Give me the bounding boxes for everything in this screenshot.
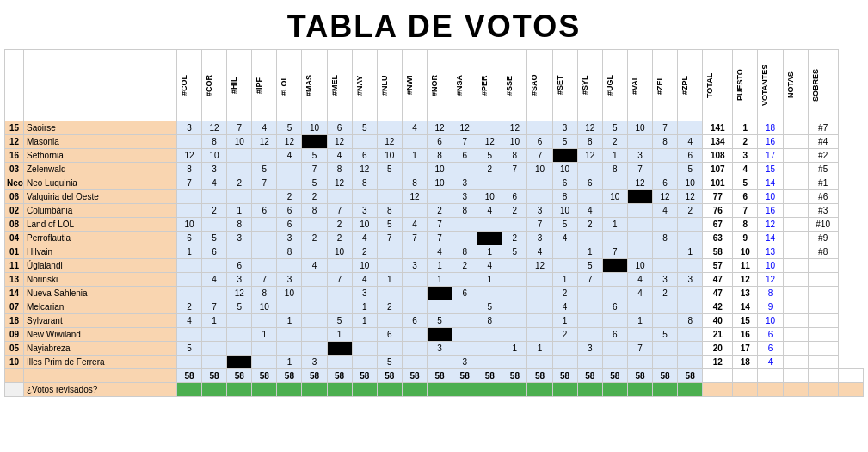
- data-cell: 10: [377, 149, 402, 163]
- row-name: Columbània: [24, 204, 177, 218]
- data-cell: 4: [627, 287, 652, 300]
- data-cell: [252, 190, 277, 204]
- sum-cell: 58: [602, 369, 627, 383]
- data-cell: [653, 342, 678, 356]
- table-row: 08Land of LOL1086210547752167812#10: [5, 218, 864, 232]
- data-cell: [627, 300, 652, 314]
- data-cell: 7: [452, 135, 477, 149]
- data-cell: [678, 328, 703, 342]
- data-cell: [277, 176, 302, 190]
- data-cell: [602, 259, 627, 273]
- data-cell: [602, 232, 627, 245]
- footer-green-cell: [402, 383, 427, 397]
- row-id: 02: [5, 204, 24, 218]
- sum-cell: 58: [352, 369, 377, 383]
- data-cell: [477, 232, 502, 245]
- footer-empty: [808, 383, 838, 397]
- row-sobres: [808, 259, 838, 273]
- data-cell: [577, 314, 602, 328]
- data-cell: 1: [627, 314, 652, 328]
- data-cell: 10: [302, 121, 327, 135]
- footer-id: [5, 383, 24, 397]
- data-cell: [176, 356, 201, 369]
- col-header-name: [24, 50, 177, 121]
- data-cell: [377, 176, 402, 190]
- sum-cell: 58: [377, 369, 402, 383]
- footer-row: ¿Votos revisados?: [5, 383, 864, 397]
- data-cell: 4: [428, 245, 452, 259]
- col-header-sobres: SOBRES: [808, 50, 838, 121]
- col-header-votantes: VOTANTES: [758, 50, 783, 121]
- data-cell: 7: [327, 204, 352, 218]
- row-votantes: 17: [758, 149, 783, 163]
- row-notas: [783, 300, 808, 314]
- data-cell: 12: [327, 176, 352, 190]
- data-cell: [627, 204, 652, 218]
- data-cell: 1: [678, 245, 703, 259]
- data-cell: [552, 245, 577, 259]
- data-cell: 8: [402, 176, 427, 190]
- data-cell: 1: [377, 273, 402, 287]
- col-header-set: #SET: [552, 50, 577, 121]
- data-cell: 5: [502, 245, 527, 259]
- data-cell: [176, 273, 201, 287]
- data-cell: 7: [527, 149, 552, 163]
- data-cell: [527, 176, 552, 190]
- row-votantes: 6: [758, 342, 783, 356]
- row-id: 18: [5, 314, 24, 328]
- row-total: 76: [703, 204, 733, 218]
- data-cell: [477, 328, 502, 342]
- sum-cell: 58: [202, 369, 227, 383]
- table-row: 01Hilvain16810248154171581013#8: [5, 245, 864, 259]
- sum-cell: 58: [452, 369, 477, 383]
- data-cell: [176, 135, 201, 149]
- data-cell: 2: [327, 218, 352, 232]
- data-cell: 2: [477, 163, 502, 176]
- sum-cell: 58: [552, 369, 577, 383]
- data-cell: [227, 356, 252, 369]
- data-cell: 5: [377, 356, 402, 369]
- sum-cell: 58: [502, 369, 527, 383]
- data-cell: 3: [277, 273, 302, 287]
- table-row: 03Zelenwald8357812510271010875107415#5: [5, 163, 864, 176]
- data-cell: 10: [627, 259, 652, 273]
- table-row: 07Melcarian275101254642149: [5, 300, 864, 314]
- footer-green-cell: [202, 383, 227, 397]
- data-cell: 4: [327, 149, 352, 163]
- sum-cell: 58: [327, 369, 352, 383]
- data-cell: 1: [277, 356, 302, 369]
- data-cell: [602, 176, 627, 190]
- table-row: 18Sylvarant41151658118401510: [5, 314, 864, 328]
- data-cell: 5: [202, 232, 227, 245]
- data-cell: 5: [653, 328, 678, 342]
- row-notas: [783, 149, 808, 163]
- data-cell: [653, 149, 678, 163]
- row-name: Masonia: [24, 135, 177, 149]
- table-row: 04Perroflautia6533224777234863914#9: [5, 232, 864, 245]
- col-header-nwi: #NWI: [402, 50, 427, 121]
- data-cell: [202, 342, 227, 356]
- footer-empty: [783, 383, 808, 397]
- row-id: 04: [5, 232, 24, 245]
- footer-green-cell: [428, 383, 452, 397]
- row-total: 57: [703, 259, 733, 273]
- row-id: 08: [5, 218, 24, 232]
- sum-extra: [838, 369, 863, 383]
- data-cell: [176, 287, 201, 300]
- data-cell: [327, 259, 352, 273]
- data-cell: [227, 149, 252, 163]
- data-cell: [277, 328, 302, 342]
- row-sobres: #3: [808, 204, 838, 218]
- data-cell: [302, 245, 327, 259]
- data-cell: [302, 300, 327, 314]
- data-cell: 12: [277, 135, 302, 149]
- col-header-nor: #NOR: [428, 50, 452, 121]
- row-puesto: 14: [733, 300, 758, 314]
- data-cell: [502, 300, 527, 314]
- data-cell: [477, 356, 502, 369]
- data-cell: 6: [452, 149, 477, 163]
- data-cell: [678, 287, 703, 300]
- row-notas: [783, 163, 808, 176]
- table-row: 11Úglalandi6410312412510571110: [5, 259, 864, 273]
- row-sobres: #9: [808, 232, 838, 245]
